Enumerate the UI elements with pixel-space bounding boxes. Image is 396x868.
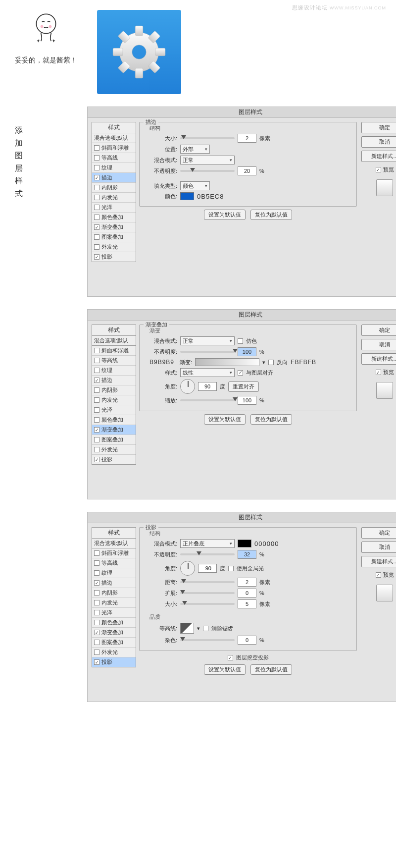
set-default-button[interactable]: 设置为默认值 — [204, 414, 246, 425]
style-checkbox[interactable] — [94, 640, 99, 645]
style-checkbox[interactable]: ✓ — [94, 457, 99, 462]
style-item[interactable]: ✓渐变叠加 — [92, 425, 136, 435]
style-checkbox[interactable]: ✓ — [94, 630, 99, 635]
knockout-checkbox[interactable]: ✓ — [228, 655, 233, 660]
style-item[interactable]: ✓投影 — [92, 657, 136, 667]
distance-input[interactable]: 2 — [238, 578, 256, 587]
style-item[interactable]: 内发光 — [92, 598, 136, 608]
style-checkbox[interactable] — [94, 407, 99, 413]
style-item[interactable]: 等高线 — [92, 558, 136, 568]
cancel-button[interactable]: 取消 — [361, 339, 396, 350]
style-checkbox[interactable]: ✓ — [94, 175, 99, 180]
style-item[interactable]: 内发光 — [92, 395, 136, 405]
style-item[interactable]: 光泽 — [92, 405, 136, 415]
reverse-checkbox[interactable] — [268, 360, 274, 365]
noise-input[interactable]: 0 — [238, 636, 256, 645]
shadow-color-swatch[interactable] — [238, 540, 251, 547]
style-item[interactable]: ✓描边 — [92, 376, 136, 385]
set-default-button[interactable]: 设置为默认值 — [204, 210, 246, 220]
ok-button[interactable]: 确定 — [361, 325, 396, 336]
style-item[interactable]: 外发光 — [92, 648, 136, 657]
style-checkbox[interactable] — [94, 600, 99, 605]
style-checkbox[interactable] — [94, 145, 99, 151]
style-checkbox[interactable] — [94, 244, 99, 250]
style-checkbox[interactable] — [94, 550, 99, 556]
style-item[interactable]: 颜色叠加 — [92, 618, 136, 628]
blend-dropdown[interactable]: 正常▾ — [180, 336, 235, 345]
fill-type-dropdown[interactable]: 颜色▾ — [180, 181, 210, 190]
style-item[interactable]: 外发光 — [92, 445, 136, 455]
style-item[interactable]: 内阴影 — [92, 385, 136, 395]
style-item[interactable]: 图案叠加 — [92, 435, 136, 445]
cancel-button[interactable]: 取消 — [361, 136, 396, 148]
style-checkbox[interactable] — [94, 560, 99, 566]
style-item[interactable]: 光泽 — [92, 203, 136, 213]
ok-button[interactable]: 确定 — [361, 122, 396, 133]
style-checkbox[interactable] — [94, 447, 99, 452]
reset-default-button[interactable]: 复位为默认值 — [250, 210, 292, 220]
size-input[interactable]: 2 — [238, 134, 256, 143]
style-checkbox[interactable] — [94, 417, 99, 423]
style-item[interactable]: ✓渐变叠加 — [92, 222, 136, 232]
style-checkbox[interactable] — [94, 215, 99, 220]
spread-input[interactable]: 0 — [238, 589, 256, 597]
styles-header[interactable]: 样式 — [92, 122, 136, 133]
style-item[interactable]: 内阴影 — [92, 588, 136, 598]
style-checkbox[interactable] — [94, 590, 99, 596]
preview-checkbox[interactable]: ✓ — [376, 167, 381, 172]
dither-checkbox[interactable] — [238, 338, 243, 344]
new-style-button[interactable]: 新建样式... — [361, 151, 396, 162]
style-checkbox[interactable]: ✓ — [94, 427, 99, 433]
style-checkbox[interactable] — [94, 437, 99, 442]
reset-align-button[interactable]: 重置对齐 — [228, 381, 259, 392]
style-checkbox[interactable] — [94, 155, 99, 161]
style-checkbox[interactable]: ✓ — [94, 580, 99, 586]
style-checkbox[interactable] — [94, 205, 99, 210]
blend-dropdown[interactable]: 正常▾ — [180, 156, 235, 164]
reset-default-button[interactable]: 复位为默认值 — [250, 664, 292, 675]
style-item[interactable]: 纹理 — [92, 163, 136, 173]
style-checkbox[interactable] — [94, 387, 99, 393]
size-slider[interactable] — [180, 137, 235, 139]
style-item[interactable]: 内阴影 — [92, 183, 136, 193]
opacity-input[interactable]: 20 — [238, 166, 256, 175]
new-style-button[interactable]: 新建样式... — [361, 353, 396, 365]
style-checkbox[interactable] — [94, 165, 99, 170]
style-item[interactable]: ✓渐变叠加 — [92, 628, 136, 638]
size-input[interactable]: 5 — [238, 599, 256, 608]
style-item[interactable]: ✓投影 — [92, 455, 136, 464]
blend-options-row[interactable]: 混合选项:默认 — [92, 133, 136, 143]
blend-dropdown[interactable]: 正片叠底▾ — [180, 539, 235, 548]
stroke-color-swatch[interactable] — [180, 192, 194, 200]
style-checkbox[interactable]: ✓ — [94, 224, 99, 230]
style-item[interactable]: ✓描边 — [92, 173, 136, 183]
style-checkbox[interactable] — [94, 348, 99, 353]
contour-swatch[interactable] — [180, 623, 194, 634]
style-item[interactable]: 颜色叠加 — [92, 213, 136, 222]
style-item[interactable]: ✓投影 — [92, 252, 136, 262]
style-item[interactable]: 斜面和浮雕 — [92, 143, 136, 153]
style-checkbox[interactable]: ✓ — [94, 378, 99, 383]
align-checkbox[interactable]: ✓ — [238, 370, 243, 376]
global-light-checkbox[interactable] — [228, 566, 234, 571]
style-checkbox[interactable] — [94, 234, 99, 240]
new-style-button[interactable]: 新建样式... — [361, 556, 396, 567]
style-item[interactable]: 纹理 — [92, 366, 136, 376]
style-checkbox[interactable]: ✓ — [94, 254, 99, 260]
style-item[interactable]: 等高线 — [92, 356, 136, 366]
style-item[interactable]: 纹理 — [92, 568, 136, 578]
gradient-bar[interactable] — [195, 358, 259, 366]
cancel-button[interactable]: 取消 — [361, 542, 396, 553]
ok-button[interactable]: 确定 — [361, 527, 396, 539]
style-checkbox[interactable] — [94, 620, 99, 625]
position-dropdown[interactable]: 外部▾ — [180, 145, 210, 154]
style-checkbox[interactable]: ✓ — [94, 659, 99, 665]
style-checkbox[interactable] — [94, 358, 99, 363]
style-checkbox[interactable] — [94, 185, 99, 190]
style-checkbox[interactable] — [94, 368, 99, 373]
opacity-input[interactable]: 32 — [238, 550, 256, 559]
style-item[interactable]: 斜面和浮雕 — [92, 548, 136, 558]
style-item[interactable]: 斜面和浮雕 — [92, 346, 136, 356]
opacity-slider[interactable] — [180, 170, 235, 172]
set-default-button[interactable]: 设置为默认值 — [204, 664, 246, 675]
